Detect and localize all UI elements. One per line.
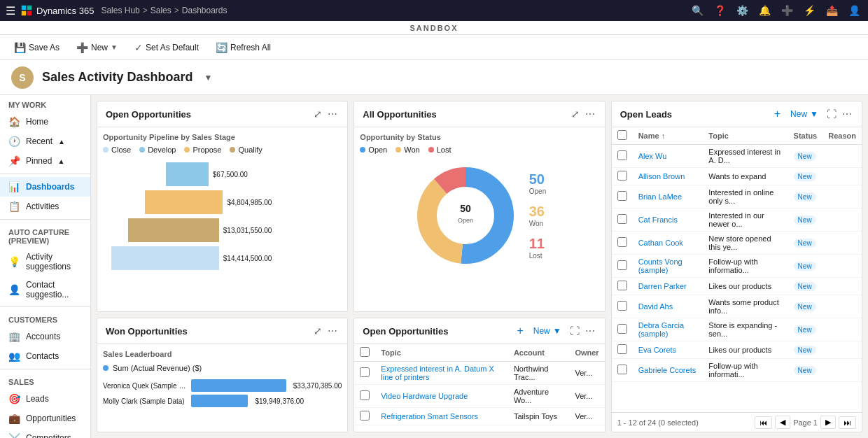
name-link[interactable]: Gabriele Ccorets	[638, 366, 696, 374]
sidebar-item-activity-suggestions[interactable]: 💡 Activity suggestions	[0, 248, 90, 276]
row-name[interactable]: Cat Francis	[633, 209, 704, 232]
col-status[interactable]: Status	[788, 127, 823, 145]
row-name[interactable]: Eva Corets	[633, 341, 704, 359]
table-row[interactable]: Allison Brown Wants to expand New	[612, 168, 862, 185]
topic-link[interactable]: Expressed interest in A. Datum X line of…	[381, 365, 493, 381]
open-opp-bottom-add-icon[interactable]: +	[514, 325, 526, 337]
row-checkbox-cell[interactable]	[612, 278, 633, 295]
row-checkbox-b[interactable]	[360, 367, 370, 377]
sidebar-item-contact-suggestions[interactable]: 👤 Contact suggestio...	[0, 276, 90, 304]
row-checkbox[interactable]	[617, 214, 627, 224]
table-row[interactable]: Refrigeration Smart Sensors Tailspin Toy…	[354, 408, 604, 425]
col-checkbox-b[interactable]	[354, 344, 375, 362]
set-default-button[interactable]: ✓ Set As Default	[129, 39, 204, 56]
row-name[interactable]: Allison Brown	[633, 168, 704, 185]
row-checkbox-cell[interactable]	[612, 168, 633, 185]
row-checkbox[interactable]	[617, 281, 627, 290]
won-opp-more-icon[interactable]: ⋯	[326, 324, 339, 338]
row-checkbox[interactable]	[617, 365, 627, 374]
save-as-button[interactable]: 💾 Save As	[8, 39, 65, 56]
name-link[interactable]: Darren Parker	[638, 282, 687, 290]
row-checkbox[interactable]	[617, 191, 627, 201]
select-all-b-checkbox[interactable]	[360, 347, 370, 357]
row-checkbox-cell[interactable]	[612, 232, 633, 255]
row-topic-b[interactable]: Refrigeration Smart Sensors	[375, 408, 508, 425]
table-row[interactable]: Cat Francis Interested in our newer o...…	[612, 209, 862, 232]
col-reason[interactable]: Reason	[822, 127, 862, 145]
table-row[interactable]: Brian LaMee Interested in online only s.…	[612, 185, 862, 209]
search-icon[interactable]: 🔍	[689, 5, 706, 16]
col-topic[interactable]: Topic	[703, 127, 788, 145]
row-topic-b[interactable]: Expressed interest in A. Datum X line of…	[375, 362, 508, 385]
row-name[interactable]: Counts Vong (sample)	[633, 255, 704, 278]
row-checkbox-b[interactable]	[360, 390, 370, 400]
row-name[interactable]: Darren Parker	[633, 278, 704, 295]
open-leads-more-icon[interactable]: ⋯	[841, 107, 853, 121]
row-checkbox-cell[interactable]	[612, 359, 633, 382]
row-checkbox[interactable]	[617, 324, 627, 334]
share-icon[interactable]: 📤	[823, 5, 840, 16]
row-checkbox[interactable]	[617, 260, 627, 270]
open-opp-bottom-new-button[interactable]: New ▼	[529, 325, 566, 337]
table-row[interactable]: Alex Wu Expressed interest in A. D... Ne…	[612, 145, 862, 168]
table-row[interactable]: Darren Parker Likes our products New	[612, 278, 862, 295]
row-checkbox-cell[interactable]	[612, 255, 633, 278]
sidebar-item-contacts[interactable]: 👥 Contacts	[0, 346, 90, 366]
table-row[interactable]: Eva Corets Likes our products New	[612, 341, 862, 359]
name-link[interactable]: David Ahs	[638, 302, 673, 311]
help-icon[interactable]: ❓	[711, 5, 728, 16]
open-opp-bottom-filter-icon[interactable]: ⛶	[568, 324, 581, 338]
topic-link[interactable]: Refrigeration Smart Sensors	[381, 412, 478, 421]
name-link[interactable]: Alex Wu	[638, 152, 667, 160]
name-link[interactable]: Cathan Cook	[638, 239, 683, 247]
breadcrumb-section[interactable]: Dashboards	[182, 6, 227, 15]
pag-last-icon[interactable]: ⏭	[839, 416, 856, 429]
row-checkbox-cell[interactable]	[612, 209, 633, 232]
row-checkbox-cell[interactable]	[612, 295, 633, 318]
open-opp-more-icon[interactable]: ⋯	[326, 107, 339, 121]
breadcrumb-hub[interactable]: Sales Hub	[101, 6, 139, 15]
filter-icon[interactable]: ⚡	[801, 5, 818, 16]
row-checkbox-cell-b[interactable]	[354, 362, 375, 385]
row-checkbox-b[interactable]	[360, 411, 370, 421]
user-icon[interactable]: 👤	[846, 5, 862, 16]
row-name[interactable]: Brian LaMee	[633, 185, 704, 209]
row-checkbox[interactable]	[617, 344, 627, 354]
hamburger-icon[interactable]: ☰	[6, 4, 15, 17]
row-name[interactable]: David Ahs	[633, 295, 704, 318]
row-checkbox-cell[interactable]	[612, 145, 633, 168]
row-checkbox-cell-b[interactable]	[354, 408, 375, 425]
won-opp-expand-icon[interactable]: ⤢	[312, 324, 323, 338]
breadcrumb-module[interactable]: Sales	[150, 6, 172, 15]
name-link[interactable]: Cat Francis	[638, 216, 678, 224]
topic-link[interactable]: Video Hardware Upgrade	[381, 392, 468, 400]
row-checkbox[interactable]	[617, 301, 627, 311]
row-topic-b[interactable]: Video Hardware Upgrade	[375, 385, 508, 408]
row-name[interactable]: Alex Wu	[633, 145, 704, 168]
pag-prev-icon[interactable]: ◀	[775, 416, 790, 429]
row-name[interactable]: Cathan Cook	[633, 232, 704, 255]
sidebar-item-leads[interactable]: 🎯 Leads	[0, 389, 90, 409]
sidebar-item-pinned[interactable]: 📌 Pinned ▲	[0, 151, 90, 171]
row-name[interactable]: Gabriele Ccorets	[633, 359, 704, 382]
table-row[interactable]: Counts Vong (sample) Follow-up with info…	[612, 255, 862, 278]
open-leads-filter-icon[interactable]: ⛶	[825, 107, 838, 121]
sidebar-item-activities[interactable]: 📋 Activities	[0, 197, 90, 216]
table-row[interactable]: Cathan Cook New store opened this ye... …	[612, 232, 862, 255]
col-name[interactable]: Name ↑	[633, 127, 704, 145]
row-checkbox-cell[interactable]	[612, 318, 633, 341]
name-link[interactable]: Eva Corets	[638, 346, 676, 354]
sidebar-item-recent[interactable]: 🕐 Recent ▲	[0, 132, 90, 151]
refresh-all-button[interactable]: 🔄 Refresh All	[210, 39, 276, 56]
table-row[interactable]: David Ahs Wants some product info... New	[612, 295, 862, 318]
pag-next-icon[interactable]: ▶	[820, 416, 836, 429]
table-row[interactable]: Gabriele Ccorets Follow-up with informat…	[612, 359, 862, 382]
sidebar-item-opportunities[interactable]: 💼 Opportunities	[0, 409, 90, 428]
all-opp-more-icon[interactable]: ⋯	[584, 107, 596, 121]
row-checkbox-cell[interactable]	[612, 185, 633, 209]
open-leads-new-button[interactable]: New ▼	[786, 108, 822, 120]
all-opp-expand-icon[interactable]: ⤢	[570, 107, 581, 121]
sidebar-item-competitors[interactable]: ⚔️ Competitors	[0, 428, 90, 438]
select-all-checkbox[interactable]	[617, 130, 627, 140]
col-owner-b[interactable]: Owner	[569, 344, 604, 362]
